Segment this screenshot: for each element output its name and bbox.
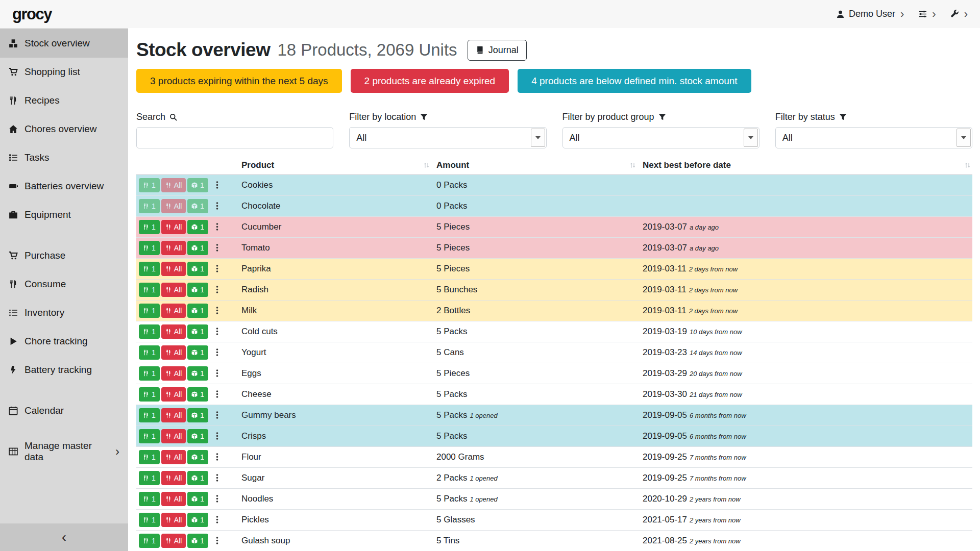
consume-one-button[interactable]: 1 [139, 241, 160, 255]
consume-one-button[interactable]: 1 [139, 324, 160, 339]
consume-all-button[interactable]: All [161, 324, 186, 339]
consume-one-button[interactable]: 1 [139, 262, 160, 276]
location-select[interactable]: All [349, 127, 546, 148]
row-menu-kebab-icon[interactable] [213, 515, 222, 524]
product-group-select[interactable]: All [562, 127, 760, 148]
row-menu-kebab-icon[interactable] [213, 411, 222, 419]
consume-one-button[interactable]: 1 [139, 471, 160, 485]
consume-all-button[interactable]: All [161, 513, 186, 527]
open-one-button[interactable]: 1 [187, 408, 208, 422]
search-input[interactable] [136, 127, 333, 148]
open-one-button[interactable]: 1 [187, 220, 208, 234]
row-menu-kebab-icon[interactable] [213, 536, 222, 545]
sidebar-item-battery-tracking[interactable]: Battery tracking [0, 356, 128, 384]
row-menu-kebab-icon[interactable] [213, 181, 222, 189]
app-logo[interactable]: grocy [12, 5, 52, 23]
consume-one-button[interactable]: 1 [139, 387, 160, 402]
consume-all-button[interactable]: All [161, 304, 186, 318]
consume-one-button[interactable]: 1 [139, 534, 160, 548]
sidebar-item-batteries-overview[interactable]: Batteries overview [0, 172, 128, 201]
consume-all-button[interactable]: All [161, 387, 186, 402]
settings-menu[interactable]: › [918, 9, 936, 20]
consume-one-button[interactable]: 1 [139, 366, 160, 381]
best-before-column-header[interactable]: Next best before date [638, 157, 972, 174]
row-menu-kebab-icon[interactable] [213, 264, 222, 273]
consume-one-button[interactable]: 1 [139, 408, 160, 422]
consume-one-button[interactable]: 1 [139, 220, 160, 234]
open-one-button[interactable]: 1 [187, 304, 208, 318]
consume-one-button[interactable]: 1 [139, 513, 160, 527]
open-one-button[interactable]: 1 [187, 324, 208, 339]
sidebar-item-chores-overview[interactable]: Chores overview [0, 115, 128, 143]
journal-button[interactable]: Journal [468, 40, 527, 61]
open-one-button[interactable]: 1 [187, 262, 208, 276]
consume-all-button[interactable]: All [161, 408, 186, 422]
row-menu-kebab-icon[interactable] [213, 222, 222, 231]
consume-all-button[interactable]: All [161, 429, 186, 443]
consume-one-button[interactable]: 1 [139, 450, 160, 464]
open-one-button[interactable]: 1 [187, 366, 208, 381]
open-one-button[interactable]: 1 [187, 492, 208, 506]
row-menu-kebab-icon[interactable] [213, 327, 222, 336]
open-one-button[interactable]: 1 [187, 534, 208, 548]
sidebar-item-shopping-list[interactable]: Shopping list [0, 58, 128, 86]
consume-one-button[interactable]: 1 [139, 429, 160, 443]
row-menu-kebab-icon[interactable] [213, 453, 222, 461]
consume-one-button[interactable]: 1 [139, 178, 160, 192]
row-menu-kebab-icon[interactable] [213, 202, 222, 210]
user-menu[interactable]: Demo User › [836, 9, 904, 20]
row-menu-kebab-icon[interactable] [213, 494, 222, 503]
sidebar-item-equipment[interactable]: Equipment [0, 201, 128, 229]
row-menu-kebab-icon[interactable] [213, 306, 222, 315]
consume-one-button[interactable]: 1 [139, 345, 160, 360]
product-column-header[interactable]: Product [236, 157, 431, 174]
row-menu-kebab-icon[interactable] [213, 390, 222, 398]
open-one-button[interactable]: 1 [187, 513, 208, 527]
open-one-button[interactable]: 1 [187, 450, 208, 464]
sidebar-item-chore-tracking[interactable]: Chore tracking [0, 327, 128, 356]
table-row: 1All1Pickles5 Glasses2021-05-172 years f… [136, 509, 972, 530]
consume-one-button[interactable]: 1 [139, 199, 160, 213]
sidebar-item-consume[interactable]: Consume [0, 270, 128, 298]
row-menu-kebab-icon[interactable] [213, 243, 222, 252]
consume-all-button[interactable]: All [161, 345, 186, 360]
open-one-button[interactable]: 1 [187, 471, 208, 485]
open-one-button[interactable]: 1 [187, 199, 208, 213]
sidebar-item-calendar[interactable]: Calendar [0, 396, 128, 425]
consume-all-button[interactable]: All [161, 471, 186, 485]
row-menu-kebab-icon[interactable] [213, 432, 222, 440]
consume-all-button[interactable]: All [161, 534, 186, 548]
admin-menu[interactable]: › [950, 9, 968, 20]
open-one-button[interactable]: 1 [187, 429, 208, 443]
consume-all-button[interactable]: All [161, 178, 186, 192]
open-one-button[interactable]: 1 [187, 387, 208, 402]
consume-one-button[interactable]: 1 [139, 492, 160, 506]
amount-column-header[interactable]: Amount [431, 157, 638, 174]
open-one-button[interactable]: 1 [187, 241, 208, 255]
sidebar-item-stock-overview[interactable]: Stock overview [0, 29, 128, 58]
row-menu-kebab-icon[interactable] [213, 473, 222, 482]
sidebar-item-manage-master-data[interactable]: Manage master data› [0, 437, 128, 466]
sidebar-item-purchase[interactable]: Purchase [0, 241, 128, 270]
sidebar-item-inventory[interactable]: Inventory [0, 298, 128, 327]
open-one-button[interactable]: 1 [187, 283, 208, 297]
consume-one-button[interactable]: 1 [139, 283, 160, 297]
status-select[interactable]: All [775, 127, 972, 148]
open-one-button[interactable]: 1 [187, 345, 208, 360]
row-menu-kebab-icon[interactable] [213, 285, 222, 294]
sidebar-item-recipes[interactable]: Recipes [0, 86, 128, 115]
consume-one-button[interactable]: 1 [139, 304, 160, 318]
consume-all-button[interactable]: All [161, 450, 186, 464]
row-menu-kebab-icon[interactable] [213, 369, 222, 378]
consume-all-button[interactable]: All [161, 220, 186, 234]
consume-all-button[interactable]: All [161, 366, 186, 381]
consume-all-button[interactable]: All [161, 199, 186, 213]
consume-all-button[interactable]: All [161, 262, 186, 276]
consume-all-button[interactable]: All [161, 283, 186, 297]
row-menu-kebab-icon[interactable] [213, 348, 222, 357]
consume-all-button[interactable]: All [161, 492, 186, 506]
sidebar-item-tasks[interactable]: Tasks [0, 143, 128, 172]
open-one-button[interactable]: 1 [187, 178, 208, 192]
sidebar-collapse-button[interactable]: ‹ [0, 523, 128, 551]
consume-all-button[interactable]: All [161, 241, 186, 255]
